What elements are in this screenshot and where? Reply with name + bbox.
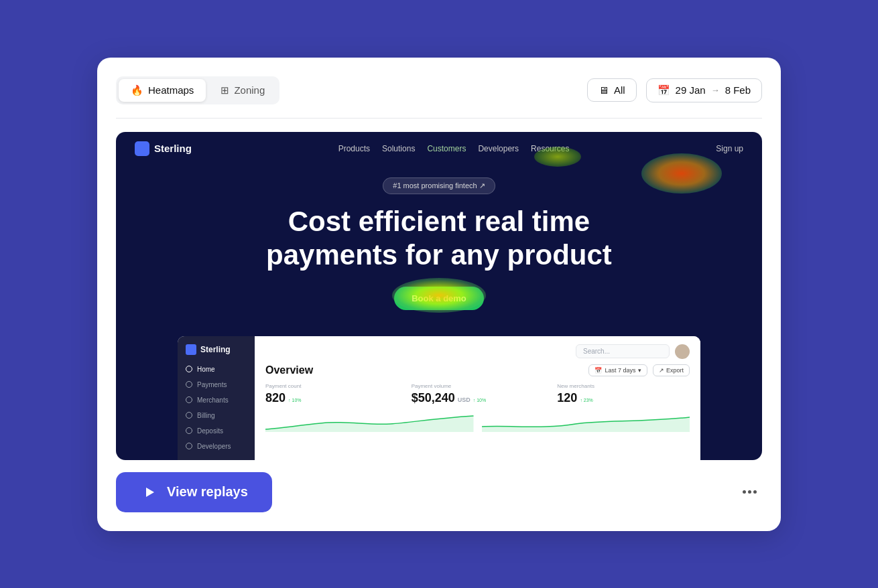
sidebar-developers-label: Developers — [197, 443, 231, 450]
chevron-down-icon: ▾ — [638, 367, 641, 374]
view-replays-label: View replays — [167, 484, 248, 500]
metric-new-merchants: New merchants 120 ↑ 23% — [557, 383, 690, 405]
date-from: 29 Jan — [676, 84, 706, 96]
nav-signup: Sign up — [716, 144, 743, 153]
merchants-number: 120 — [557, 391, 577, 405]
payment-count-badge: ↑ 10% — [288, 398, 301, 402]
hero-cta-button[interactable]: Book a demo — [394, 287, 484, 310]
hero-title-line1: Cost efficient real time — [288, 206, 590, 237]
billing-icon — [186, 412, 192, 419]
metric-new-merchants-value: 120 ↑ 23% — [557, 391, 690, 405]
hero-badge: #1 most promising fintech ↗ — [383, 177, 495, 194]
dashboard-main: Search... Overview 📅 Last 7 days ▾ ↗ Exp — [255, 336, 700, 460]
metric-payment-volume-label: Payment volume — [412, 383, 544, 389]
metric-payment-count-label: Payment count — [265, 383, 398, 389]
nav-solutions: Solutions — [382, 144, 415, 153]
sidebar-home-label: Home — [197, 366, 215, 373]
merchants-icon — [186, 396, 192, 403]
svg-marker-0 — [146, 488, 154, 497]
sidebar-item-developers[interactable]: Developers — [178, 439, 255, 454]
nav-resources: Resources — [531, 144, 569, 153]
sidebar-merchants-label: Merchants — [197, 396, 229, 404]
metric-payment-count: Payment count 820 ↑ 10% — [265, 383, 398, 405]
hero-title: Cost efficient real time payments for an… — [143, 205, 735, 273]
dashboard-charts — [265, 411, 690, 432]
merchants-badge: ↑ 23% — [580, 398, 592, 402]
hero-badge-text: #1 most promising fintech ↗ — [393, 181, 485, 190]
nav-developers: Developers — [478, 144, 519, 153]
deposits-icon — [186, 427, 192, 434]
sidebar-item-payments[interactable]: Payments — [178, 377, 255, 392]
metric-payment-volume-value: $50,240 USD ↑ 10% — [412, 391, 544, 405]
metric-payment-volume: Payment volume $50,240 USD ↑ 10% — [412, 383, 544, 405]
dashboard-metrics: Payment count 820 ↑ 10% Payment volume $… — [265, 383, 690, 405]
metric-new-merchants-label: New merchants — [557, 383, 690, 389]
view-replays-button[interactable]: View replays — [116, 472, 272, 512]
sidebar-payments-label: Payments — [197, 381, 227, 388]
metric-payment-count-value: 820 ↑ 10% — [265, 391, 398, 405]
date-to: 8 Feb — [725, 84, 751, 96]
sidebar-item-billing[interactable]: Billing — [178, 408, 255, 423]
dashboard-sidebar-logo: Sterling — [178, 344, 255, 362]
payment-volume-badge: ↑ 10% — [473, 398, 486, 402]
dashboard-date-label: Last 7 days — [605, 367, 635, 374]
dashboard-container: Sterling Home Payments Merchants Billing — [178, 336, 700, 460]
dashboard-avatar — [675, 344, 690, 359]
payment-volume-currency: USD — [458, 396, 471, 403]
home-icon — [186, 366, 192, 372]
play-icon — [140, 483, 159, 502]
tab-heatmaps-label: Heatmaps — [148, 84, 194, 96]
dashboard-export-button[interactable]: ↗ Export — [653, 364, 690, 376]
developers-icon — [186, 443, 192, 449]
site-nav: Sterling Products Solutions Customers De… — [116, 132, 762, 165]
divider — [116, 118, 762, 119]
dashboard-sidebar: Sterling Home Payments Merchants Billing — [178, 336, 255, 460]
nav-products: Products — [338, 144, 370, 153]
toolbar: 🔥 Heatmaps ⊞ Zoning 🖥 All 📅 29 Jan → 8 F… — [116, 76, 762, 104]
date-filter-button[interactable]: 📅 29 Jan → 8 Feb — [646, 78, 762, 102]
sterling-logo-icon — [135, 141, 149, 156]
nav-actions: Sign up — [716, 144, 743, 153]
more-dot-2 — [748, 490, 751, 494]
calendar-icon: 📅 — [657, 84, 670, 96]
tab-group: 🔥 Heatmaps ⊞ Zoning — [116, 76, 279, 104]
more-dot-1 — [743, 490, 746, 494]
device-filter-button[interactable]: 🖥 All — [587, 78, 637, 102]
chart-2 — [482, 411, 690, 432]
export-icon: ↗ — [659, 367, 664, 374]
tab-heatmaps[interactable]: 🔥 Heatmaps — [119, 79, 206, 102]
device-label: All — [614, 84, 625, 96]
payments-icon — [186, 381, 192, 388]
dashboard-logo-icon — [186, 344, 196, 355]
main-card: 🔥 Heatmaps ⊞ Zoning 🖥 All 📅 29 Jan → 8 F… — [97, 58, 781, 531]
dashboard-date-filter[interactable]: 📅 Last 7 days ▾ — [588, 364, 647, 376]
flame-icon: 🔥 — [131, 84, 143, 96]
bottom-bar: View replays — [116, 472, 762, 512]
more-dot-3 — [753, 490, 757, 494]
sidebar-deposits-label: Deposits — [197, 427, 223, 435]
dashboard-topbar: Search... — [265, 344, 690, 359]
payment-count-number: 820 — [265, 391, 286, 405]
monitor-icon: 🖥 — [599, 84, 609, 96]
hero-cta-wrapper: Book a demo — [394, 287, 484, 310]
grid-icon: ⊞ — [221, 84, 229, 96]
tab-zoning-label: Zoning — [234, 84, 265, 96]
dashboard-search: Search... — [576, 344, 670, 358]
more-options-button[interactable] — [737, 485, 762, 499]
calendar-small-icon: 📅 — [594, 367, 602, 374]
dashboard-overview-title: Overview — [265, 364, 313, 376]
site-logo-text: Sterling — [154, 143, 192, 154]
sidebar-item-deposits[interactable]: Deposits — [178, 423, 255, 439]
sidebar-item-home[interactable]: Home — [178, 362, 255, 377]
toolbar-right: 🖥 All 📅 29 Jan → 8 Feb — [587, 78, 762, 102]
sidebar-billing-label: Billing — [197, 412, 215, 419]
nav-links: Products Solutions Customers Developers … — [338, 144, 570, 153]
site-hero: #1 most promising fintech ↗ Cost efficie… — [116, 165, 762, 319]
nav-customers: Customers — [427, 144, 466, 153]
export-label: Export — [666, 367, 684, 374]
date-arrow: → — [711, 85, 720, 95]
tab-zoning[interactable]: ⊞ Zoning — [208, 79, 277, 102]
heatmap-preview: Sterling Products Solutions Customers De… — [116, 132, 762, 460]
hero-title-line2: payments for any product — [266, 239, 612, 271]
sidebar-item-merchants[interactable]: Merchants — [178, 392, 255, 408]
